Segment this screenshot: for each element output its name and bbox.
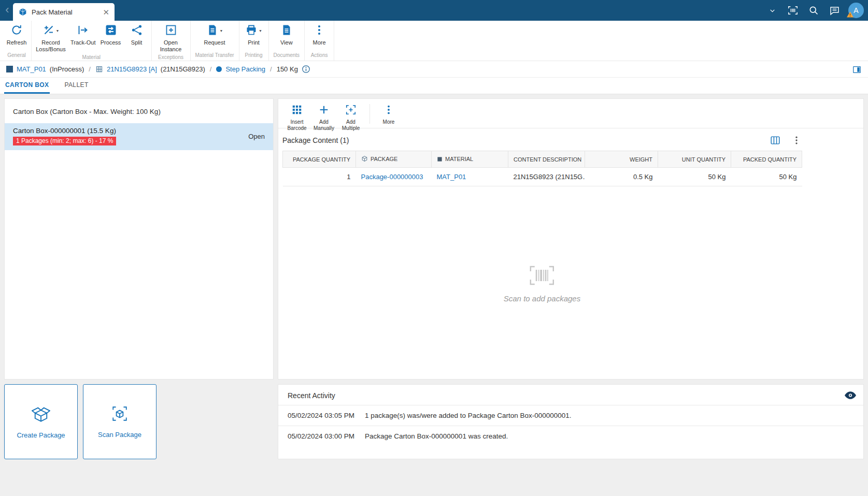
ribbon-group-general: Refresh General xyxy=(2,21,32,61)
breadcrumb-material-link[interactable]: MAT_P01 xyxy=(17,65,46,73)
scan-plus-icon xyxy=(345,104,357,117)
process-button[interactable]: Process xyxy=(98,21,124,53)
eye-icon[interactable] xyxy=(845,391,856,401)
main-area: Carton Box (Carton Box - Max. Weight: 10… xyxy=(0,94,868,496)
add-manually-button[interactable]: Add Manually xyxy=(310,100,337,128)
ribbon-group-actions: More Actions xyxy=(305,21,334,61)
barcode-grid-icon xyxy=(291,104,303,117)
status-badge: Open xyxy=(248,133,265,140)
column-header-weight[interactable]: WEIGHT xyxy=(585,151,658,168)
lot-icon xyxy=(95,65,103,73)
column-header-content-description[interactable]: CONTENT DESCRIPTION xyxy=(508,151,585,168)
carton-box-list-item[interactable]: Carton Box-000000001 (15.5 Kg) 1 Package… xyxy=(5,123,273,150)
package-icon xyxy=(361,155,368,163)
lot-alt-name: (21N15G8923) xyxy=(161,65,205,73)
open-instance-button[interactable]: Open Instance xyxy=(153,21,189,53)
print-button[interactable]: ▼ Print xyxy=(241,21,267,51)
ribbon-group-material: ▼ Record Loss/Bonus Track-Out Process Sp… xyxy=(32,21,152,61)
step-icon xyxy=(216,66,222,72)
cell-material: MAT_P01 xyxy=(432,168,508,186)
document-tab-title: Pack Material xyxy=(32,8,98,16)
column-header-material[interactable]: MATERIAL xyxy=(432,151,508,168)
column-header-package[interactable]: PACKAGE xyxy=(356,151,432,168)
process-icon xyxy=(105,24,117,38)
close-tab-icon[interactable]: ✕ xyxy=(103,8,109,16)
column-header-unit-quantity[interactable]: UNIT QUANTITY xyxy=(658,151,731,168)
carton-box-panel: Carton Box (Carton Box - Max. Weight: 10… xyxy=(4,98,274,380)
open-instance-icon xyxy=(165,24,177,38)
ribbon-group-exceptions: Open Instance Exceptions xyxy=(152,21,191,61)
table-menu-icon[interactable] xyxy=(791,135,802,145)
table-row[interactable]: 1 Package-000000003 MAT_P01 21N15G8923 (… xyxy=(283,168,802,186)
split-button[interactable]: Split xyxy=(124,21,150,53)
refresh-icon xyxy=(10,24,23,38)
package-content-toolbar: Insert Barcode Add Manually Add Multiple… xyxy=(278,99,863,128)
cell-content-description: 21N15G8923 (21N15G… xyxy=(508,168,585,186)
track-out-button[interactable]: Track-Out xyxy=(68,21,98,53)
dropdown-caret: ▼ xyxy=(56,29,60,33)
breadcrumb-lot-link[interactable]: 21N15G8923 [A] xyxy=(107,65,157,73)
plus-icon xyxy=(318,104,330,117)
request-button[interactable]: ▼ Request xyxy=(202,21,227,51)
breadcrumb: MAT_P01 (InProcess) / 21N15G8923 [A] (21… xyxy=(0,61,868,78)
material-link[interactable]: MAT_P01 xyxy=(437,173,466,181)
cell-package: Package-000000003 xyxy=(356,168,432,186)
barcode-scanner-icon[interactable] xyxy=(784,2,802,19)
back-chevron-icon[interactable]: ‹ xyxy=(3,4,11,16)
warning-badge-icon xyxy=(847,11,853,19)
more-actions-button[interactable]: More xyxy=(306,21,332,51)
scan-hint-text: Scan to add packages xyxy=(504,294,580,303)
chevron-down-icon[interactable] xyxy=(763,2,781,19)
create-package-button[interactable]: Create Package xyxy=(4,384,78,459)
avatar-initial: A xyxy=(853,6,858,14)
tab-carton-box[interactable]: CARTON BOX xyxy=(4,78,50,94)
create-package-icon xyxy=(32,404,50,425)
refresh-button[interactable]: Refresh xyxy=(4,21,30,51)
more-vertical-icon xyxy=(383,104,394,117)
package-content-panel: Insert Barcode Add Manually Add Multiple… xyxy=(278,98,864,380)
user-avatar[interactable]: A xyxy=(848,3,864,18)
titlebar: ‹ Pack Material ✕ A xyxy=(0,0,868,21)
chat-icon[interactable] xyxy=(826,2,843,19)
split-icon xyxy=(131,24,143,38)
content-more-button[interactable]: More xyxy=(375,100,402,128)
package-link[interactable]: Package-000000003 xyxy=(361,173,423,181)
dropdown-caret: ▼ xyxy=(259,29,262,33)
package-content-title: Package Content (1) xyxy=(282,136,759,144)
package-actions: Create Package Scan Package xyxy=(4,384,274,459)
activity-message: Package Carton Box-000000001 was created… xyxy=(365,432,508,440)
ribbon-group-label: Material Transfer xyxy=(192,51,237,61)
record-loss-bonus-button[interactable]: ▼ Record Loss/Bonus xyxy=(33,21,68,53)
breadcrumb-separator: / xyxy=(89,65,91,73)
scan-package-label: Scan Package xyxy=(98,431,141,439)
view-documents-button[interactable]: View xyxy=(274,21,300,51)
document-tab[interactable]: Pack Material ✕ xyxy=(13,3,115,21)
ribbon-group-label: General xyxy=(4,51,30,61)
ribbon-group-documents: View Documents xyxy=(269,21,305,61)
recent-activity-panel: Recent Activity 05/02/2024 03:05 PM 1 pa… xyxy=(278,384,864,459)
column-header-packed-quantity[interactable]: PACKED QUANTITY xyxy=(731,151,802,168)
activity-message: 1 package(s) was/were added to Package C… xyxy=(365,412,572,419)
tab-pallet[interactable]: PALLET xyxy=(63,78,89,94)
insert-barcode-button[interactable]: Insert Barcode xyxy=(283,100,310,128)
scan-package-button[interactable]: Scan Package xyxy=(83,384,156,459)
columns-settings-icon[interactable] xyxy=(770,135,781,146)
add-multiple-button[interactable]: Add Multiple xyxy=(337,100,364,128)
package-content-table: PACKAGE QUANTITY PACKAGE MATERIAL CONTEN… xyxy=(282,151,802,186)
dropdown-caret: ▼ xyxy=(220,29,223,33)
breadcrumb-step-link[interactable]: Step Packing xyxy=(225,65,265,73)
package-count-badge: 1 Packages (min: 2; max: 6) - 17 % xyxy=(13,137,116,145)
activity-row: 05/02/2024 03:05 PM 1 package(s) was/wer… xyxy=(278,405,863,426)
scan-package-icon xyxy=(111,405,129,424)
barcode-watermark-icon xyxy=(529,280,556,288)
request-icon xyxy=(206,24,219,38)
open-side-panel-icon[interactable] xyxy=(852,61,862,78)
column-header-package-quantity[interactable]: PACKAGE QUANTITY xyxy=(283,151,356,168)
cell-packed-quantity: 50 Kg xyxy=(731,168,802,186)
search-icon[interactable] xyxy=(805,2,822,19)
info-icon[interactable] xyxy=(302,65,310,74)
breadcrumb-separator: / xyxy=(210,65,212,73)
material-state: (InProcess) xyxy=(50,65,84,73)
app-tab-icon xyxy=(18,7,27,17)
ribbon-group-label: Documents xyxy=(271,51,303,61)
